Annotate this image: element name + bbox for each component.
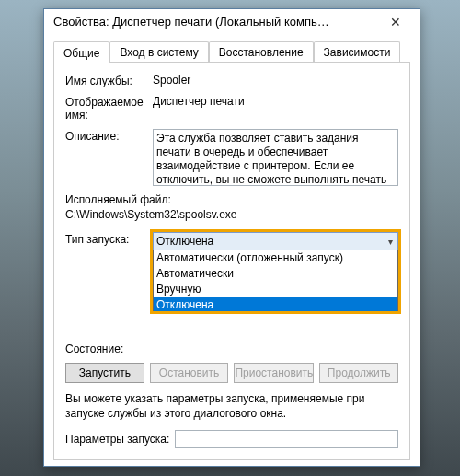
tab-logon[interactable]: Вход в систему xyxy=(109,41,208,62)
params-label: Параметры запуска: xyxy=(65,433,169,446)
tab-strip: Общие Вход в систему Восстановление Зави… xyxy=(53,41,410,63)
pause-button: Приостановить xyxy=(234,363,314,383)
tab-pane-general: Имя службы: Spooler Отображаемое имя: Ди… xyxy=(53,62,410,460)
tab-dependencies[interactable]: Зависимости xyxy=(314,41,401,62)
service-name-value: Spooler xyxy=(153,74,398,87)
params-input[interactable] xyxy=(175,430,398,448)
description-label: Описание: xyxy=(65,129,153,143)
startup-type-selected: Отключена xyxy=(156,235,386,248)
startup-option-auto-delayed[interactable]: Автоматически (отложенный запуск) xyxy=(154,250,397,266)
start-button[interactable]: Запустить xyxy=(65,363,144,383)
display-name-value: Диспетчер печати xyxy=(153,95,398,108)
window-title: Свойства: Диспетчер печати (Локальный ко… xyxy=(53,15,379,29)
description-textarea[interactable]: Эта служба позволяет ставить задания печ… xyxy=(153,129,398,186)
close-icon[interactable]: ✕ xyxy=(379,16,412,29)
startup-option-auto[interactable]: Автоматически xyxy=(154,266,397,282)
exe-path: C:\Windows\System32\spoolsv.exe xyxy=(65,208,398,221)
dialog-buttons: OK Отмена Применить xyxy=(44,470,420,476)
startup-option-disabled[interactable]: Отключена xyxy=(154,297,397,313)
tab-general[interactable]: Общие xyxy=(53,41,109,63)
tab-recovery[interactable]: Восстановление xyxy=(209,41,314,62)
service-name-label: Имя службы: xyxy=(65,74,153,87)
chevron-down-icon: ▾ xyxy=(386,237,395,247)
params-hint: Вы можете указать параметры запуска, при… xyxy=(65,392,398,421)
startup-type-dropdown[interactable]: Отключена ▾ xyxy=(153,232,398,250)
display-name-label: Отображаемое имя: xyxy=(65,95,153,122)
state-label: Состояние: xyxy=(65,342,153,355)
startup-type-options: Автоматически (отложенный запуск) Автома… xyxy=(153,250,398,314)
startup-option-manual[interactable]: Вручную xyxy=(154,282,397,297)
exe-label: Исполняемый файл: xyxy=(65,193,398,206)
titlebar: Свойства: Диспетчер печати (Локальный ко… xyxy=(44,9,420,35)
startup-type-label: Тип запуска: xyxy=(65,232,153,246)
resume-button: Продолжить xyxy=(319,363,398,383)
stop-button: Остановить xyxy=(150,363,229,383)
properties-dialog: Свойства: Диспетчер печати (Локальный ко… xyxy=(43,8,420,467)
